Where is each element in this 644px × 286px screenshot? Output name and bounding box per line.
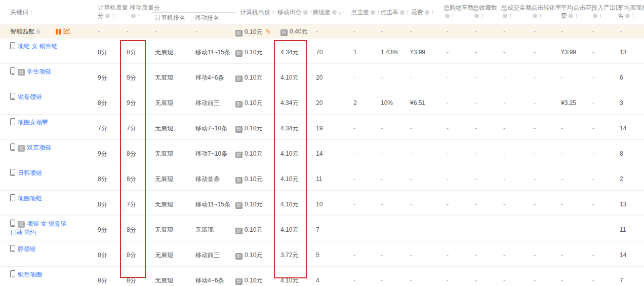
smart-cell-ctr: -	[376, 25, 406, 39]
cell-pc_bid: 默0.10元	[234, 39, 276, 63]
cell-mob_rank: 移动7~10条	[194, 140, 234, 165]
cell-pc_bid: 默0.10元	[234, 64, 276, 89]
cell-value-clicks: -	[353, 175, 355, 183]
cell-avg_rank: 8	[618, 140, 644, 165]
smart-cell-mob_bid: 折0.40元	[276, 25, 309, 39]
cell-value-fav: -	[475, 277, 477, 284]
keyword-link[interactable]: 双层项链	[27, 144, 51, 151]
cell-mob_rank: 移动4~6条	[194, 267, 234, 286]
help-icon[interactable]	[332, 10, 337, 15]
cell-value-fav: -	[475, 201, 477, 208]
cell-value-mob_rank: 移动7~10条	[195, 125, 227, 132]
keyword-link[interactable]: 学生项链	[27, 68, 51, 75]
cell-value-roi: -	[592, 150, 594, 157]
cell-cart: -	[442, 165, 472, 190]
col-header-label: 名	[618, 12, 624, 19]
help-icon[interactable]	[569, 14, 573, 18]
sort-asc-arrow-icon: ↑	[377, 9, 380, 16]
cell-fav: -	[472, 267, 500, 286]
col-header-label: 移动出价	[277, 9, 302, 16]
cell-value-pc_score: 8分	[98, 49, 107, 56]
cell-value-pc_rank: 无展现	[155, 150, 173, 157]
cell-pc_score: 7分	[95, 115, 127, 139]
cell-value-amount: -	[503, 175, 505, 183]
help-icon[interactable]	[36, 29, 41, 34]
help-icon[interactable]	[425, 10, 429, 15]
cell-mob_score: 9分	[127, 64, 155, 89]
help-icon[interactable]	[371, 10, 375, 15]
keyword-cell: 云项链 女 锁骨链 日韩 简约	[0, 216, 95, 241]
cell-mob_score: 7分	[127, 191, 155, 216]
smart-cell-value: -	[381, 28, 383, 35]
pause-icon[interactable]	[56, 29, 61, 34]
help-icon[interactable]	[131, 14, 136, 18]
cell-pc_rank: 无展现	[155, 241, 194, 266]
help-icon[interactable]	[303, 10, 308, 15]
cell-impr: 70	[309, 39, 346, 63]
keyword-link[interactable]: 锁骨颈链	[18, 93, 42, 100]
cell-value-pc_bid: 0.10元	[245, 201, 262, 208]
smart-cell-value: -	[620, 28, 622, 35]
keyword-link[interactable]: 日韩项链	[18, 169, 42, 176]
edit-bid-icon[interactable]: ✎	[265, 25, 271, 39]
keyword-link[interactable]: 项链 女 锁骨链	[18, 43, 58, 50]
col-header-mob_bid[interactable]: 移动出价↑	[277, 8, 312, 16]
col-header-avg_rank[interactable]: 平均展现排名↑	[618, 4, 644, 20]
smart-cell-value: -	[155, 28, 157, 35]
keyword-link[interactable]: 锁骨项圈	[18, 271, 42, 278]
help-icon[interactable]	[593, 14, 597, 18]
col-header-pc_bid[interactable]: 计算机出价↑	[240, 8, 274, 16]
keyword-link[interactable]: 脖颈链	[18, 245, 36, 253]
col-header-avg_cpc[interactable]: 平均点击花费↑	[561, 4, 591, 20]
cell-amount: -	[500, 191, 531, 216]
mobile-device-icon	[10, 42, 15, 49]
col-header-amount[interactable]: 总成交金额↑	[501, 4, 532, 20]
cell-mob_score: 7分	[127, 115, 155, 139]
cell-value-pc_score: 9分	[98, 74, 107, 81]
cell-pc_rank: 无展现	[155, 89, 194, 114]
col-header-cost[interactable]: 花费↑	[411, 8, 434, 16]
col-header-roi[interactable]: 投入产出比↑	[591, 4, 622, 20]
cell-value-impr: 11	[316, 175, 322, 183]
help-icon[interactable]	[533, 14, 537, 18]
cell-value-mob_bid: 4.10元	[280, 150, 298, 157]
col-header-line: ↑	[444, 12, 474, 20]
bid-type-badge-icon: 默	[235, 278, 243, 285]
help-icon[interactable]	[445, 14, 450, 18]
cell-avg_rank: 14	[618, 115, 644, 139]
col-header-ctr[interactable]: 点击率↑	[380, 8, 409, 16]
cell-clicks: -	[346, 64, 376, 89]
cell-value-amount: -	[503, 49, 505, 56]
col-header-clicks[interactable]: 点击量↑	[351, 8, 380, 16]
help-icon[interactable]	[400, 10, 405, 15]
cell-value-impr: 70	[316, 49, 323, 56]
table-row: 日韩项链8分8分无展现移动首条默0.10元4.10元11---------2	[0, 165, 644, 191]
col-header-cvr[interactable]: 点击转化率↑	[531, 4, 561, 20]
help-icon[interactable]	[474, 14, 479, 18]
col-header-impr[interactable]: 展现量↓	[312, 8, 341, 16]
help-icon[interactable]	[625, 14, 630, 18]
cell-mob_bid: 4.10元	[276, 165, 309, 190]
keyword-link[interactable]: 项圈项链	[18, 195, 42, 202]
col-header-line: 平均点击花	[561, 4, 591, 12]
col-header-pc_score[interactable]: 计算机质量分↑	[98, 4, 128, 20]
sort-asc-arrow-icon: ↑	[575, 12, 578, 19]
col-header-keyword[interactable]: 关键词↑	[10, 8, 32, 16]
rank-group-divider-line	[152, 12, 236, 13]
cell-clicks: -	[346, 241, 376, 266]
cell-ctr: -	[376, 115, 406, 139]
help-icon[interactable]	[105, 14, 110, 18]
cell-value-cart: -	[447, 150, 449, 157]
col-header-fav[interactable]: 总收藏数↑	[473, 4, 497, 20]
keyword-link[interactable]: 项圈女颈带	[18, 119, 48, 126]
cell-value-avg_rank: 11	[620, 226, 626, 233]
col-header-line: 总成交金额	[501, 4, 532, 12]
trend-chart-icon[interactable]	[63, 27, 71, 37]
help-icon[interactable]	[503, 14, 507, 18]
smart-cell-avg_rank: -	[618, 25, 644, 39]
cell-mob_score: 8分	[127, 216, 155, 241]
col-header-cart[interactable]: 总购物车数↑	[444, 4, 474, 20]
sort-asc-arrow-icon: ↑	[271, 9, 274, 16]
cell-pc_rank: 无展现	[155, 165, 194, 190]
cell-value-pc_rank: 无展现	[155, 277, 173, 284]
